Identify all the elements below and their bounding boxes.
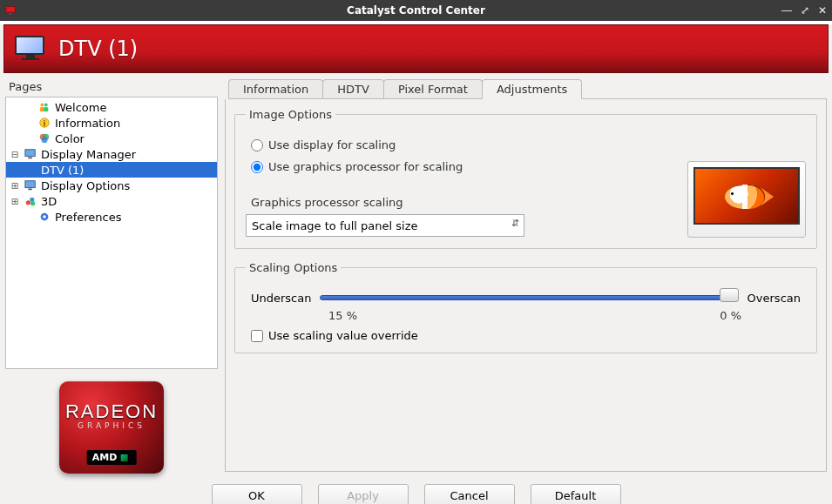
tab-hdtv[interactable]: HDTV — [322, 79, 384, 98]
tree-label: Display Options — [41, 179, 130, 192]
legend-scaling-options: Scaling Options — [246, 261, 341, 274]
svg-rect-12 — [28, 158, 31, 159]
legend-image-options: Image Options — [246, 108, 335, 121]
svg-point-17 — [30, 201, 35, 205]
tree-item-display-manager[interactable]: ⊟ Display Manager — [6, 146, 217, 162]
tree-item-color[interactable]: Color — [6, 131, 217, 146]
preview-screen — [693, 167, 800, 225]
tree-item-display-options[interactable]: ⊞ Display Options — [6, 178, 217, 193]
tree-label: Preferences — [55, 211, 121, 224]
svg-point-16 — [30, 198, 34, 202]
sidebar: Pages Welcome i Information — [5, 78, 218, 474]
svg-point-3 — [44, 103, 48, 106]
svg-point-19 — [43, 215, 46, 218]
svg-rect-14 — [28, 189, 31, 191]
scaling-override-checkbox[interactable]: Use scaling value override — [251, 329, 806, 342]
underscan-label: Underscan — [251, 292, 311, 305]
tree-item-dtv-1[interactable]: DTV (1) — [6, 162, 217, 178]
tab-information[interactable]: Information — [228, 79, 323, 98]
radio-display-scaling-input[interactable] — [251, 139, 263, 151]
close-button[interactable]: ✕ — [818, 4, 827, 17]
group-scaling-options: Scaling Options Underscan Overscan 15 % … — [234, 261, 817, 353]
color-icon — [37, 131, 51, 145]
svg-point-2 — [40, 103, 44, 106]
tick-left: 15 % — [328, 309, 357, 322]
radeon-logo: RADEON GRAPHICS AMD — [59, 381, 164, 474]
gp-scaling-label: Graphics processor scaling — [251, 196, 524, 209]
expand-icon[interactable]: ⊞ — [10, 197, 20, 206]
tick-right: 0 % — [720, 309, 741, 322]
3d-icon — [24, 194, 37, 208]
tabstrip: Information HDTV Pixel Format Adjustment… — [228, 78, 827, 99]
gp-scaling-select-wrap: Scale image to full panel size — [246, 214, 524, 237]
tab-pixel-format[interactable]: Pixel Format — [383, 79, 483, 98]
svg-rect-0 — [6, 7, 16, 13]
checkbox-label: Use scaling value override — [268, 329, 418, 342]
tab-adjustments[interactable]: Adjustments — [482, 79, 582, 99]
preview-tv — [687, 161, 806, 238]
tree-item-information[interactable]: i Information — [6, 115, 217, 131]
tree-label: 3D — [41, 195, 57, 208]
monitor-icon — [24, 178, 37, 192]
collapse-icon[interactable]: ⊟ — [10, 150, 20, 159]
radio-label: Use display for scaling — [268, 138, 396, 151]
tree-label: Display Manager — [41, 148, 136, 161]
gear-icon — [37, 210, 51, 224]
info-icon: i — [37, 116, 51, 130]
radio-display-scaling[interactable]: Use display for scaling — [251, 138, 806, 151]
tree-item-3d[interactable]: ⊞ 3D — [6, 193, 217, 209]
cancel-button[interactable]: Cancel — [424, 484, 515, 504]
minimize-button[interactable]: ― — [781, 4, 792, 17]
svg-text:i: i — [44, 119, 46, 128]
tree-item-preferences[interactable]: Preferences — [6, 209, 217, 225]
svg-rect-11 — [25, 150, 35, 157]
amd-badge: AMD — [87, 450, 137, 465]
tree-item-welcome[interactable]: Welcome — [6, 99, 217, 115]
radio-gpu-scaling-input[interactable] — [251, 161, 263, 173]
tree-label: DTV (1) — [41, 164, 84, 177]
logo-line1: RADEON — [59, 381, 164, 423]
people-icon — [37, 100, 51, 114]
expand-icon[interactable]: ⊞ — [10, 181, 20, 191]
footer: OK Apply Cancel Default — [0, 474, 832, 504]
banner: DTV (1) — [3, 24, 829, 73]
window-body: DTV (1) Pages Welcome i Information — [0, 24, 832, 504]
logo-wrap: RADEON GRAPHICS AMD — [5, 369, 218, 474]
svg-point-10 — [42, 137, 48, 143]
titlebar: Catalyst Control Center ― ⤢ ✕ — [0, 0, 832, 21]
sidebar-header: Pages — [5, 78, 218, 97]
monitor-icon — [24, 147, 37, 161]
monitor-icon — [15, 36, 46, 62]
svg-rect-13 — [25, 181, 35, 188]
radio-label: Use graphics processor for scaling — [268, 160, 463, 173]
ok-button[interactable]: OK — [212, 484, 302, 504]
window-title: Catalyst Control Center — [0, 4, 832, 17]
tree-label: Color — [55, 132, 85, 145]
scaling-slider[interactable] — [320, 290, 738, 306]
app-icon — [5, 5, 16, 16]
default-button[interactable]: Default — [531, 484, 621, 504]
tree-label: Information — [55, 117, 120, 130]
group-image-options: Image Options Use display for scaling Us… — [234, 108, 817, 249]
svg-rect-1 — [10, 13, 12, 15]
tree-label: Welcome — [55, 101, 106, 114]
overscan-label: Overscan — [747, 292, 801, 305]
svg-point-15 — [26, 200, 30, 205]
slider-thumb[interactable] — [720, 288, 739, 302]
scaling-override-checkbox-input[interactable] — [251, 330, 263, 342]
apply-button[interactable]: Apply — [318, 484, 409, 504]
nav-tree[interactable]: Welcome i Information Color ⊟ — [5, 97, 218, 369]
gp-scaling-select[interactable]: Scale image to full panel size — [246, 214, 524, 237]
page-title: DTV (1) — [58, 37, 138, 61]
maximize-button[interactable]: ⤢ — [801, 4, 809, 17]
main: Information HDTV Pixel Format Adjustment… — [225, 78, 827, 474]
svg-rect-5 — [44, 107, 48, 111]
tab-panel-adjustments: Image Options Use display for scaling Us… — [225, 99, 827, 472]
